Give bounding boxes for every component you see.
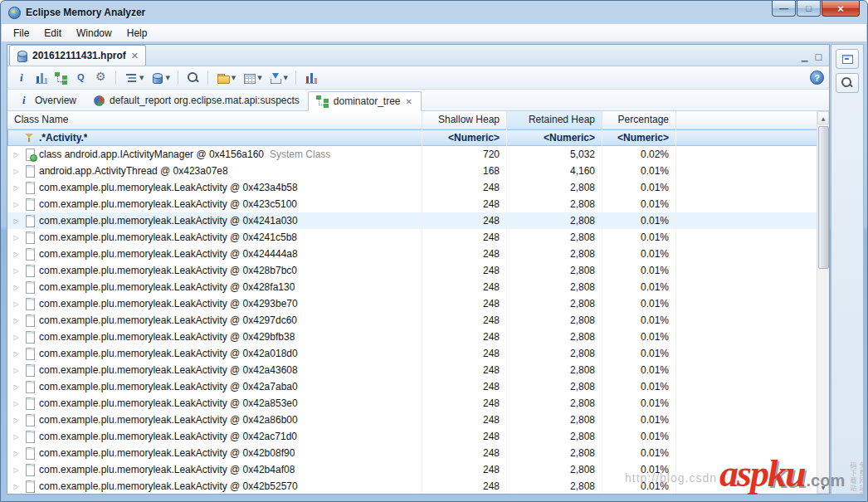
table-row[interactable]: ▷com.example.plu.memoryleak.LeakActivity… (7, 395, 829, 412)
expand-arrow-icon[interactable]: ▷ (12, 400, 21, 407)
table-row[interactable]: ▷com.example.plu.memoryleak.LeakActivity… (7, 312, 829, 329)
doc-icon (23, 214, 37, 227)
column-header-shallow-heap[interactable]: Shallow Heap (422, 111, 507, 129)
expand-arrow-icon[interactable]: ▷ (12, 450, 21, 457)
expand-arrow-icon[interactable]: ▷ (12, 350, 21, 358)
percentage-value: 0.02% (602, 146, 676, 163)
dropdown-arrow-icon[interactable]: ▼ (165, 75, 169, 81)
vertical-scrollbar[interactable]: ▲ ▼ (817, 111, 829, 494)
dropdown-arrow-icon[interactable]: ▼ (257, 75, 261, 81)
minimize-button[interactable]: — (772, 1, 796, 17)
class-name: com.example.plu.memoryleak.LeakActivity … (39, 464, 295, 475)
inspector-view-button[interactable] (836, 73, 859, 93)
expand-arrow-icon[interactable]: ▷ (12, 284, 21, 291)
expand-arrow-icon[interactable]: ▷ (12, 217, 21, 225)
table-row[interactable]: ▷com.example.plu.memoryleak.LeakActivity… (7, 229, 829, 246)
table-row[interactable]: ▷android.app.ActivityThread @ 0x423a07e8… (7, 163, 829, 179)
overview-info-icon[interactable] (12, 70, 31, 86)
filter-row[interactable]: .*Activity.*<Numeric><Numeric><Numeric> (7, 129, 829, 146)
shallow-heap-value: 248 (422, 262, 507, 279)
expand-arrow-icon[interactable]: ▷ (12, 300, 21, 308)
table-row[interactable]: ▷com.example.plu.memoryleak.LeakActivity… (7, 295, 829, 312)
heap-objects-dropdown[interactable]: ▼ (148, 70, 172, 86)
menu-file[interactable]: File (6, 25, 37, 41)
expand-arrow-icon[interactable]: ▷ (12, 383, 21, 391)
class-name-cell: ▷class android.app.IActivityManager @ 0x… (7, 146, 422, 163)
close-button[interactable]: × (822, 1, 860, 17)
table-row[interactable]: ▷class android.app.IActivityManager @ 0x… (7, 146, 829, 163)
histogram-icon[interactable] (32, 70, 51, 86)
dominator-tree-icon[interactable] (52, 70, 71, 86)
table-row[interactable]: ▷com.example.plu.memoryleak.LeakActivity… (7, 412, 829, 428)
table-row[interactable]: ▷com.example.plu.memoryleak.LeakActivity… (7, 345, 829, 362)
expand-arrow-icon[interactable]: ▷ (12, 184, 21, 192)
oql-icon[interactable] (72, 70, 90, 86)
table-row[interactable]: ▷com.example.plu.memoryleak.LeakActivity… (7, 246, 829, 262)
expand-arrow-icon[interactable]: ▷ (12, 317, 21, 324)
subtab-overview[interactable]: Overview (10, 90, 84, 110)
expand-arrow-icon[interactable]: ▷ (12, 334, 21, 341)
expand-arrow-icon[interactable]: ▷ (12, 367, 21, 374)
expand-arrow-icon[interactable]: ▷ (12, 151, 21, 158)
menu-help[interactable]: Help (119, 25, 155, 41)
thread-overview-dropdown[interactable]: ▼ (122, 70, 146, 86)
table-row[interactable]: ▷com.example.plu.memoryleak.LeakActivity… (7, 378, 829, 395)
compare-histogram-icon[interactable] (302, 70, 320, 86)
doc-icon (23, 363, 37, 377)
expand-arrow-icon[interactable]: ▷ (12, 168, 21, 175)
restore-view-button[interactable] (836, 49, 859, 69)
titlebar[interactable]: Eclipse Memory Analyzer (1, 1, 867, 24)
scrollbar-thumb[interactable] (818, 126, 829, 269)
dropdown-arrow-icon[interactable]: ▼ (284, 75, 288, 81)
expand-arrow-icon[interactable]: ▷ (12, 234, 21, 241)
dropdown-arrow-icon[interactable]: ▼ (139, 75, 144, 81)
doc-icon (23, 164, 37, 178)
expand-arrow-icon[interactable]: ▷ (12, 466, 21, 474)
table-row[interactable]: ▷com.example.plu.memoryleak.LeakActivity… (7, 179, 829, 196)
expand-arrow-icon[interactable]: ▷ (12, 251, 21, 258)
table-row[interactable]: ▷com.example.plu.memoryleak.LeakActivity… (7, 362, 829, 378)
column-header-retained-heap[interactable]: Retained Heap (507, 111, 602, 129)
editor-tab-hprof[interactable]: 201612111431.hprof ✕ (9, 45, 146, 66)
menu-edit[interactable]: Edit (37, 25, 69, 41)
tab-close-icon[interactable]: ✕ (130, 51, 139, 61)
group-by-dropdown[interactable]: ▼ (214, 70, 238, 86)
menu-window[interactable]: Window (69, 25, 119, 41)
overview-info-icon (15, 71, 28, 85)
class-name-cell: ▷android.app.ActivityThread @ 0x423a07e8 (7, 163, 422, 179)
table-row[interactable]: ▷com.example.plu.memoryleak.LeakActivity… (7, 461, 829, 478)
dropdown-arrow-icon[interactable]: ▼ (232, 75, 236, 81)
scroll-down-icon[interactable]: ▼ (817, 480, 829, 494)
retained-heap-value: 2,808 (507, 329, 602, 345)
retained-heap-value: 2,808 (507, 412, 602, 428)
table-row[interactable]: ▷com.example.plu.memoryleak.LeakActivity… (7, 196, 829, 212)
expand-arrow-icon[interactable]: ▷ (12, 483, 21, 490)
retained-heap-value: 2,808 (507, 362, 602, 378)
table-row[interactable]: ▷com.example.plu.memoryleak.LeakActivity… (7, 428, 829, 445)
expand-arrow-icon[interactable]: ▷ (12, 201, 21, 208)
export-dropdown[interactable]: ▼ (266, 70, 290, 86)
subtab-close-icon[interactable]: ✕ (405, 97, 413, 106)
expand-arrow-icon[interactable]: ▷ (12, 417, 21, 424)
table-row[interactable]: ▷com.example.plu.memoryleak.LeakActivity… (7, 279, 829, 295)
retained-heap-value: 2,808 (507, 246, 602, 262)
expand-arrow-icon[interactable]: ▷ (12, 267, 21, 275)
expand-arrow-icon[interactable]: ▷ (12, 433, 21, 441)
table-row[interactable]: ▷com.example.plu.memoryleak.LeakActivity… (7, 478, 829, 494)
search-icon[interactable] (184, 70, 202, 86)
column-header-percentage[interactable]: Percentage (602, 111, 676, 129)
table-row[interactable]: ▷com.example.plu.memoryleak.LeakActivity… (7, 212, 829, 229)
table-row[interactable]: ▷com.example.plu.memoryleak.LeakActivity… (7, 262, 829, 279)
maximize-button[interactable]: □ (797, 1, 821, 17)
customize-gear-icon[interactable] (92, 70, 110, 86)
calculate-retained-size-dropdown[interactable]: ▼ (240, 70, 264, 86)
subtab-dominator-tree[interactable]: dominator_tree✕ (308, 91, 422, 111)
help-icon[interactable]: ? (810, 71, 824, 85)
table-row[interactable]: ▷com.example.plu.memoryleak.LeakActivity… (7, 329, 829, 345)
subtab-default-report[interactable]: default_report org.eclipse.mat.api:suspe… (85, 90, 307, 110)
column-header-class-name[interactable]: Class Name (7, 111, 422, 129)
maximize-view-button[interactable]: □ (815, 52, 822, 61)
scroll-up-icon[interactable]: ▲ (817, 111, 829, 124)
minimize-view-button[interactable]: ▁ (802, 52, 808, 61)
table-row[interactable]: ▷com.example.plu.memoryleak.LeakActivity… (7, 445, 829, 461)
